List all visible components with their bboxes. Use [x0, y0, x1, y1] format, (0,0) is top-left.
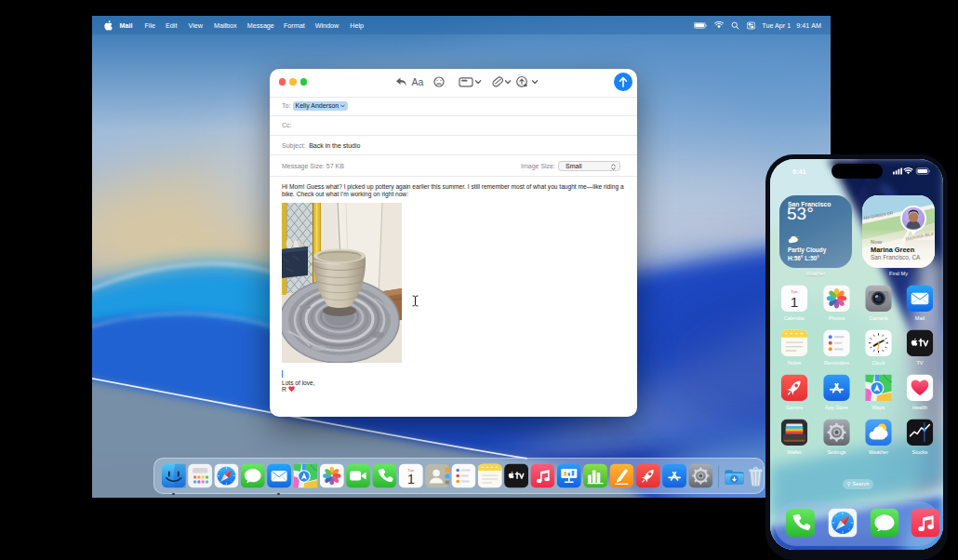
svg-text:Notes: Notes	[788, 360, 802, 366]
svg-text:Games: Games	[786, 405, 803, 410]
svg-text:Wallet: Wallet	[787, 449, 802, 455]
svg-text:Health: Health	[912, 405, 927, 410]
svg-text:App Store: App Store	[825, 405, 848, 410]
svg-text:Maps: Maps	[872, 405, 885, 410]
svg-text:Calendar: Calendar	[784, 315, 805, 321]
svg-text:TV: TV	[916, 360, 923, 366]
svg-text:Aa: Aa	[412, 76, 424, 87]
svg-text:Stocks: Stocks	[912, 449, 928, 455]
svg-text:Settings: Settings	[827, 449, 845, 455]
svg-text:Camera: Camera	[870, 315, 889, 321]
svg-text:Mail: Mail	[915, 315, 925, 321]
svg-text:Clock: Clock	[872, 360, 885, 366]
svg-text:Weather: Weather	[869, 449, 888, 455]
svg-text:Reminders: Reminders	[824, 360, 849, 366]
svg-text:Photos: Photos	[829, 315, 845, 321]
